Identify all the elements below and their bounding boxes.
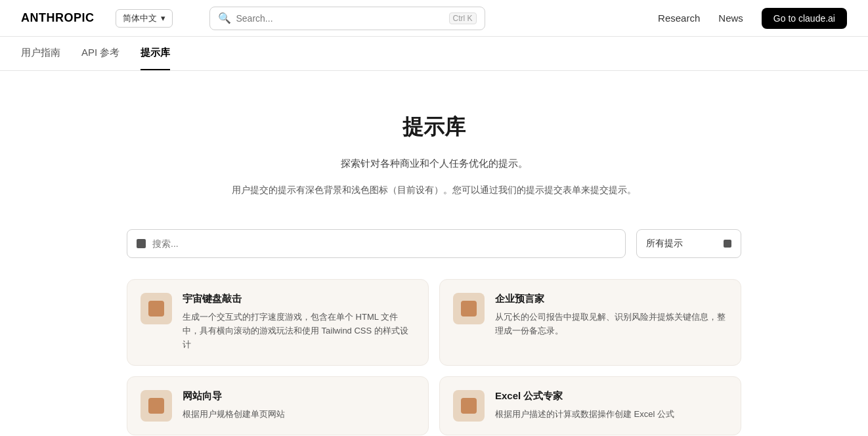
research-link[interactable]: Research [658, 12, 700, 24]
card-content-0: 宇宙键盘敲击 生成一个交互式的打字速度游戏，包含在单个 HTML 文件中，具有横… [183, 293, 415, 351]
search-shortcut: Ctrl K [449, 12, 477, 24]
card-icon-inner-1 [461, 301, 477, 316]
filter-search-bar[interactable] [127, 229, 626, 258]
top-search-bar[interactable]: 🔍 Ctrl K [209, 7, 485, 30]
subnav-prompt-library[interactable]: 提示库 [141, 37, 170, 70]
card-icon-1 [453, 293, 485, 324]
top-nav: ANTHROPIC 简体中文 ▾ 🔍 Ctrl K Research News … [0, 0, 868, 37]
go-to-claude-button[interactable]: Go to claude.ai [762, 8, 847, 29]
filter-section: 所有提示 [106, 229, 762, 258]
filter-dropdown[interactable]: 所有提示 [636, 229, 741, 258]
sub-nav: 用户指南 API 参考 提示库 [0, 37, 868, 71]
card-desc-1: 从冗长的公司报告中提取见解、识别风险并提炼关键信息，整理成一份备忘录。 [495, 311, 727, 338]
card-desc-0: 生成一个交互式的打字速度游戏，包含在单个 HTML 文件中，具有横向滚动的游戏玩… [183, 311, 415, 351]
card-desc-2: 根据用户规格创建单页网站 [183, 408, 285, 422]
card-3[interactable]: Excel 公式专家 根据用户描述的计算或数据操作创建 Excel 公式 [439, 376, 741, 435]
filter-search-icon [137, 239, 146, 248]
subnav-user-guide[interactable]: 用户指南 [21, 37, 60, 70]
hero-description: 探索针对各种商业和个人任务优化的提示。 [21, 155, 847, 172]
hero-description-2: 用户提交的提示有深色背景和浅色图标（目前设有）。您可以通过我们的提示提交表单来提… [21, 183, 847, 198]
subnav-api-ref[interactable]: API 参考 [81, 37, 119, 70]
card-icon-inner-2 [148, 398, 164, 414]
card-content-3: Excel 公式专家 根据用户描述的计算或数据操作创建 Excel 公式 [495, 390, 674, 422]
filter-search-input[interactable] [152, 238, 616, 249]
card-icon-inner-0 [148, 301, 164, 316]
card-content-2: 网站向导 根据用户规格创建单页网站 [183, 390, 285, 422]
logo: ANTHROPIC [21, 11, 95, 25]
search-input[interactable] [236, 13, 444, 24]
card-icon-2 [141, 390, 172, 422]
hero-section: 提示库 探索针对各种商业和个人任务优化的提示。 用户提交的提示有深色背景和浅色图… [0, 71, 868, 229]
dropdown-label: 所有提示 [646, 238, 683, 250]
dropdown-chevron-icon [724, 240, 731, 248]
page-title: 提示库 [21, 113, 847, 142]
card-1[interactable]: 企业预言家 从冗长的公司报告中提取见解、识别风险并提炼关键信息，整理成一份备忘录… [439, 279, 741, 365]
card-2[interactable]: 网站向导 根据用户规格创建单页网站 [127, 376, 429, 435]
card-title-1: 企业预言家 [495, 293, 727, 305]
card-desc-3: 根据用户描述的计算或数据操作创建 Excel 公式 [495, 408, 674, 422]
search-icon: 🔍 [218, 12, 231, 24]
card-title-0: 宇宙键盘敲击 [183, 293, 415, 305]
card-icon-inner-3 [461, 398, 477, 414]
top-nav-right: Research News Go to claude.ai [658, 8, 847, 29]
card-title-3: Excel 公式专家 [495, 390, 674, 403]
card-0[interactable]: 宇宙键盘敲击 生成一个交互式的打字速度游戏，包含在单个 HTML 文件中，具有横… [127, 279, 429, 365]
card-icon-3 [453, 390, 485, 422]
chevron-down-icon: ▾ [161, 13, 165, 23]
lang-label: 简体中文 [123, 12, 157, 24]
card-content-1: 企业预言家 从冗长的公司报告中提取见解、识别风险并提炼关键信息，整理成一份备忘录… [495, 293, 727, 338]
cards-grid: 宇宙键盘敲击 生成一个交互式的打字速度游戏，包含在单个 HTML 文件中，具有横… [106, 279, 762, 436]
news-link[interactable]: News [718, 12, 743, 24]
card-title-2: 网站向导 [183, 390, 285, 403]
language-selector[interactable]: 简体中文 ▾ [116, 9, 173, 28]
card-icon-0 [141, 293, 172, 324]
